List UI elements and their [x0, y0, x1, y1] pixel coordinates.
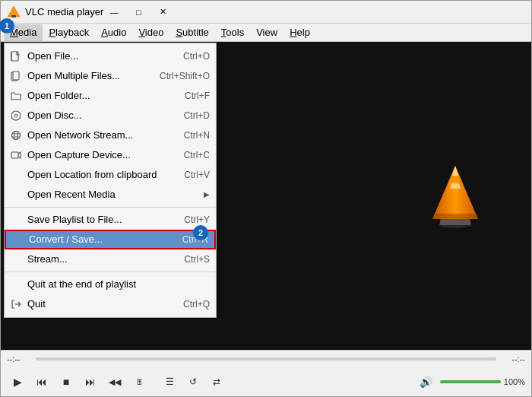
menu-convert-save-label: Convert / Save...	[29, 233, 167, 245]
svg-rect-1	[11, 15, 16, 17]
menu-open-file[interactable]: Open File... Ctrl+O	[5, 46, 216, 66]
svg-rect-5	[13, 71, 19, 80]
play-button[interactable]: ▶	[7, 371, 28, 392]
menu-item-video[interactable]: Video	[132, 24, 169, 41]
menu-quit-label: Quit	[27, 298, 168, 310]
menu-open-network-label: Open Network Stream...	[27, 129, 169, 141]
svg-marker-18	[432, 214, 478, 219]
network-icon	[9, 129, 23, 142]
menu-open-multiple[interactable]: Open Multiple Files... Ctrl+Shift+O	[5, 66, 216, 86]
menu-item-tools[interactable]: Tools	[215, 24, 250, 41]
menu-open-recent-label: Open Recent Media	[27, 189, 204, 200]
svg-marker-0	[8, 6, 20, 17]
time-right: --:--	[501, 354, 525, 364]
svg-point-6	[11, 111, 21, 120]
menu-save-playlist-shortcut: Ctrl+Y	[184, 214, 210, 225]
shuffle-button[interactable]: ⇄	[206, 371, 227, 392]
quit-icon	[9, 297, 23, 311]
svg-rect-12	[11, 152, 18, 158]
menu-open-recent[interactable]: Open Recent Media ▶	[5, 185, 216, 205]
minimize-button[interactable]: —	[103, 4, 125, 21]
menu-open-file-label: Open File...	[27, 50, 168, 62]
volume-area: 🔊 100%	[416, 371, 525, 392]
menu-open-folder-shortcut: Ctrl+F	[185, 91, 210, 101]
menu-quit-shortcut: Ctrl+Q	[183, 299, 210, 310]
frame-back-button[interactable]: ◀◀	[104, 371, 125, 392]
menu-quit-end[interactable]: Quit at the end of playlist	[5, 275, 216, 294]
volume-bar-fill	[440, 380, 501, 383]
menu-stream-shortcut: Ctrl+S	[184, 254, 210, 265]
window-title: VLC media player	[25, 6, 103, 17]
menu-open-folder-label: Open Folder...	[27, 90, 169, 101]
arrow-icon: ▶	[204, 190, 210, 198]
loop-button[interactable]: ↺	[182, 371, 204, 392]
menu-quit-end-label: Quit at the end of playlist	[27, 278, 210, 290]
seek-bar[interactable]	[36, 357, 496, 360]
stop-button[interactable]: ■	[55, 371, 77, 392]
menu-save-playlist[interactable]: Save Playlist to File... Ctrl+Y	[5, 210, 216, 230]
maximize-button[interactable]: □	[128, 4, 149, 21]
media-menu-container: Media 1 Open File... Ctrl+O	[4, 24, 43, 41]
svg-point-9	[14, 131, 18, 139]
files-icon	[9, 69, 23, 83]
menu-item-help[interactable]: Help	[283, 24, 316, 41]
menu-open-location[interactable]: Open Location from clipboard Ctrl+V	[5, 165, 216, 185]
menu-item-view[interactable]: View	[250, 24, 283, 41]
menu-open-capture[interactable]: Open Capture Device... Ctrl+C	[5, 145, 216, 165]
svg-marker-17	[450, 183, 461, 189]
menu-open-multiple-label: Open Multiple Files...	[27, 70, 144, 81]
menu-open-location-shortcut: Ctrl+V	[184, 170, 210, 180]
next-button[interactable]: ⏭	[80, 371, 101, 392]
menu-bar: Media 1 Open File... Ctrl+O	[1, 24, 531, 42]
prev-button[interactable]: ⏮	[31, 371, 52, 392]
svg-rect-2	[11, 52, 18, 61]
disc-icon	[9, 109, 23, 122]
menu-open-disc-shortcut: Ctrl+D	[184, 110, 210, 121]
controls-row: ▶ ⏮ ■ ⏭ ◀◀ 🎚 ☰ ↺ ⇄ 🔊 100%	[1, 367, 531, 396]
menu-open-multiple-shortcut: Ctrl+Shift+O	[160, 71, 210, 81]
badge-1: 1	[0, 18, 14, 33]
menu-open-disc[interactable]: Open Disc... Ctrl+D	[5, 106, 216, 125]
vlc-cone-large	[425, 162, 486, 230]
menu-open-capture-label: Open Capture Device...	[27, 149, 169, 160]
menu-open-disc-label: Open Disc...	[27, 110, 169, 121]
vlc-window: VLC media player — □ ✕ Media 1	[0, 0, 532, 397]
svg-point-7	[14, 114, 17, 117]
menu-open-file-shortcut: Ctrl+O	[183, 51, 210, 62]
menu-item-playback[interactable]: Playback	[43, 24, 95, 41]
menu-open-network[interactable]: Open Network Stream... Ctrl+N	[5, 125, 216, 145]
menu-convert-save[interactable]: Convert / Save... Ctrl+R 2	[5, 230, 216, 249]
time-bar: --:-- --:--	[1, 351, 531, 367]
menu-open-folder[interactable]: Open Folder... Ctrl+F	[5, 86, 216, 106]
playlist-button[interactable]: ☰	[159, 371, 180, 392]
menu-stream-label: Stream...	[27, 253, 169, 265]
menu-open-location-label: Open Location from clipboard	[27, 169, 169, 180]
title-bar: VLC media player — □ ✕	[1, 1, 531, 24]
close-button[interactable]: ✕	[152, 4, 173, 21]
menu-stream[interactable]: Stream... Ctrl+S	[5, 249, 216, 269]
menu-open-capture-shortcut: Ctrl+C	[184, 150, 210, 160]
time-left: --:--	[7, 354, 31, 364]
menu-quit[interactable]: Quit Ctrl+Q	[5, 294, 216, 314]
menu-open-network-shortcut: Ctrl+N	[184, 130, 210, 141]
media-dropdown: Open File... Ctrl+O Open Multiple Files.…	[4, 43, 217, 318]
eq-button[interactable]: 🎚	[128, 371, 150, 392]
folder-icon	[9, 89, 23, 103]
volume-label: 100%	[504, 377, 525, 386]
menu-item-audio[interactable]: Audio	[95, 24, 132, 41]
window-controls: — □ ✕	[103, 4, 173, 21]
volume-icon[interactable]: 🔊	[416, 371, 437, 392]
menu-item-subtitle[interactable]: Subtitle	[169, 24, 214, 41]
svg-marker-16	[452, 166, 458, 176]
vlc-icon	[7, 5, 21, 19]
svg-point-8	[12, 131, 21, 139]
menu-save-playlist-label: Save Playlist to File...	[27, 214, 169, 225]
svg-rect-19	[440, 219, 470, 225]
separator-1	[5, 207, 216, 208]
file-icon	[9, 49, 23, 63]
badge-2: 2	[193, 225, 208, 240]
bottom-bar: --:-- --:-- ▶ ⏮ ■ ⏭ ◀◀ 🎚 ☰ ↺ ⇄ 🔊	[1, 350, 531, 396]
volume-bar[interactable]	[440, 380, 501, 383]
separator-2	[5, 272, 216, 272]
menu-item-media[interactable]: Media 1 Open File... Ctrl+O	[4, 24, 43, 41]
